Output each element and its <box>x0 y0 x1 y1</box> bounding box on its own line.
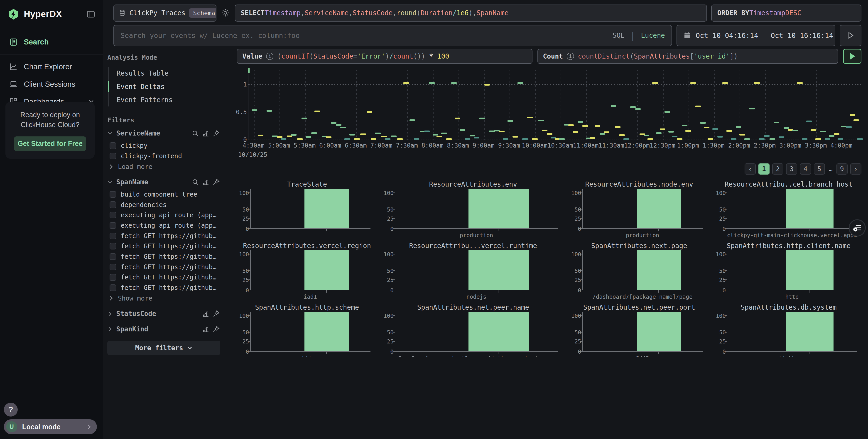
mini-chart-title: ResourceAttributes.env <box>381 180 565 189</box>
pin-icon[interactable] <box>213 130 220 137</box>
y-tick-label: 100 <box>384 313 395 319</box>
checkbox[interactable] <box>110 243 116 250</box>
mini-bar[interactable] <box>786 251 834 290</box>
analysis-mode-list: Results TableEvent DeltasEvent Patterns <box>108 67 220 107</box>
checkbox[interactable] <box>110 264 116 270</box>
analysis-mode-event-deltas[interactable]: Event Deltas <box>110 80 220 93</box>
sql-token: SELECT <box>241 9 265 17</box>
run-query-button[interactable] <box>843 49 861 64</box>
mini-bar[interactable] <box>637 251 681 290</box>
delta-point <box>736 126 741 128</box>
filter-group-header[interactable]: ServiceName <box>107 129 220 137</box>
mini-bar[interactable] <box>468 189 529 228</box>
mini-bar[interactable] <box>468 251 529 290</box>
mini-bar[interactable] <box>637 312 681 351</box>
value-expression-input[interactable]: Value i (countIf(StatusCode='Error')/cou… <box>237 49 532 64</box>
load-more-link[interactable]: Load more <box>107 161 220 170</box>
count-expression-input[interactable]: Count i countDistinct(SpanAttributes['us… <box>537 49 838 64</box>
checkbox[interactable] <box>110 222 116 229</box>
sidebar-item-search[interactable]: Search <box>0 33 103 51</box>
filter-option[interactable]: fetch GET https://github.… <box>107 241 220 252</box>
mode-toggle-sql[interactable]: SQL <box>613 32 625 39</box>
search-icon[interactable] <box>192 130 199 137</box>
filter-option[interactable]: fetch GET https://github.… <box>107 283 220 293</box>
show-more-link[interactable]: Show more <box>107 293 220 302</box>
filter-option[interactable]: executing api route (app)… <box>107 210 220 221</box>
filter-option-label: clickpy-frontend <box>121 152 182 160</box>
live-tail-button[interactable] <box>840 25 861 46</box>
date-range-picker[interactable]: Oct 10 04:16:14 - Oct 10 16:16:14 <box>677 25 835 46</box>
checkbox[interactable] <box>110 233 116 239</box>
bar-chart-icon[interactable] <box>202 310 209 317</box>
analysis-mode-results-table[interactable]: Results Table <box>110 67 220 80</box>
y-tick-label: 50 <box>719 329 727 336</box>
mini-bar[interactable] <box>305 312 349 351</box>
sidebar-collapse-icon[interactable] <box>87 10 95 19</box>
pin-icon[interactable] <box>213 310 220 317</box>
mini-bar[interactable] <box>305 251 349 290</box>
pin-icon[interactable] <box>213 178 220 186</box>
page-next-button[interactable]: › <box>850 164 861 175</box>
mini-bar[interactable] <box>786 189 834 228</box>
delta-point <box>326 137 332 138</box>
mini-chart-title: ResourceAttributes.node.env <box>569 180 709 189</box>
search-input[interactable]: Search your events w/ Lucene ex. column:… <box>114 25 672 46</box>
delta-plot-area[interactable] <box>248 70 861 139</box>
y-tick-label: 50 <box>719 268 727 274</box>
filter-group-header[interactable]: SpanKind <box>107 325 220 333</box>
checkbox[interactable] <box>110 253 116 260</box>
page-button-3[interactable]: 3 <box>786 164 797 175</box>
mode-toggle-lucene[interactable]: Lucene <box>641 32 665 39</box>
sidebar-item-client-sessions[interactable]: Client Sessions <box>0 76 103 93</box>
filter-group-header[interactable]: SpanName <box>107 178 220 186</box>
checkbox[interactable] <box>110 201 116 208</box>
filter-option[interactable]: fetch GET https://github.… <box>107 272 220 283</box>
filter-option[interactable]: executing api route (app)… <box>107 221 220 231</box>
bar-chart-icon[interactable] <box>202 325 209 333</box>
checkbox[interactable] <box>110 153 116 159</box>
pin-icon[interactable] <box>213 325 220 333</box>
y-tick-label: 50 <box>387 268 396 274</box>
filter-option[interactable]: dependencies <box>107 200 220 210</box>
analysis-mode-event-patterns[interactable]: Event Patterns <box>110 93 220 107</box>
filter-option[interactable]: fetch GET https://github.… <box>107 262 220 272</box>
page-button-9[interactable]: 9 <box>836 164 847 175</box>
local-mode-button[interactable]: U Local mode <box>4 419 97 434</box>
mini-bar[interactable] <box>637 189 681 228</box>
mini-bar[interactable] <box>786 312 834 351</box>
filter-option[interactable]: clickpy-frontend <box>107 151 220 162</box>
delta-point <box>700 122 706 124</box>
filter-group-header[interactable]: StatusCode <box>107 310 220 318</box>
search-icon[interactable] <box>192 178 199 186</box>
help-button[interactable]: ? <box>4 403 18 416</box>
page-prev-button[interactable]: ‹ <box>745 164 756 175</box>
page-button-4[interactable]: 4 <box>800 164 811 175</box>
filter-option[interactable]: fetch GET https://github.… <box>107 252 220 262</box>
page-button-2[interactable]: 2 <box>772 164 783 175</box>
select-sql-input[interactable]: SELECT Timestamp, ServiceName, StatusCod… <box>235 4 707 22</box>
checkbox[interactable] <box>110 274 116 281</box>
order-by-input[interactable]: ORDER BY Timestamp DESC <box>711 4 861 22</box>
bar-chart-icon[interactable] <box>202 178 209 186</box>
event-deltas-chart[interactable]: 4:30am5:00am5:30am6:00am6:30am7:00am7:30… <box>237 66 864 164</box>
checkbox[interactable] <box>110 212 116 218</box>
filter-option[interactable]: clickpy <box>107 141 220 151</box>
mini-bar[interactable] <box>305 189 349 228</box>
source-select[interactable]: ClickPy Traces Schema <box>114 4 216 22</box>
widget-fab-button[interactable] <box>849 219 866 236</box>
filter-option[interactable]: build component tree <box>107 189 220 200</box>
sidebar-item-chart-explorer[interactable]: Chart Explorer <box>0 58 103 76</box>
page-ellipsis: … <box>828 165 834 173</box>
checkbox[interactable] <box>110 191 116 198</box>
filter-option[interactable]: fetch GET https://github.… <box>107 231 220 241</box>
bar-chart-icon[interactable] <box>202 130 209 137</box>
checkbox[interactable] <box>110 142 116 149</box>
page-button-1[interactable]: 1 <box>758 164 770 175</box>
mini-bar[interactable] <box>468 312 529 351</box>
delta-point <box>572 131 578 133</box>
get-started-button[interactable]: Get Started for Free <box>14 137 86 151</box>
more-filters-button[interactable]: More filters <box>107 341 220 355</box>
gear-icon[interactable] <box>221 8 230 19</box>
page-button-5[interactable]: 5 <box>814 164 825 175</box>
checkbox[interactable] <box>110 285 116 291</box>
